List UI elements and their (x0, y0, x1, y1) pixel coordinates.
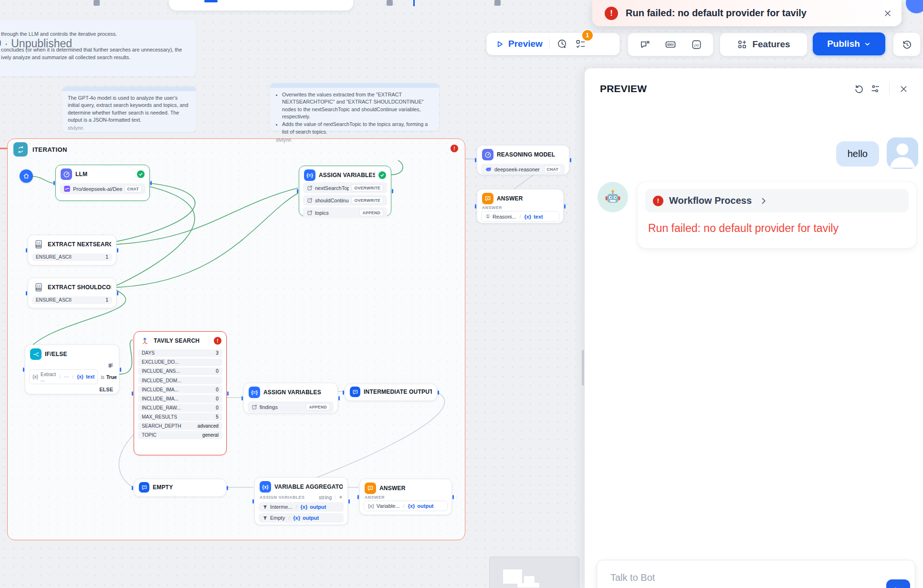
run-error-text: Run failed: no default provider for tavi… (648, 222, 909, 235)
param-value: 1 (105, 297, 108, 303)
close-panel-button[interactable] (895, 81, 912, 97)
model-name: Pro/deepseek-ai/Dee... (73, 186, 122, 192)
fx-token: {x} (524, 214, 531, 220)
tab-accent-bar (204, 0, 218, 2)
version-history-button[interactable] (898, 35, 916, 53)
section-label: ASSIGN VARIABLES (260, 495, 304, 500)
node-variable-aggregator[interactable]: {x} VARIABLE AGGREGATOR ASSIGN VARIABLES… (254, 477, 348, 525)
note-bullet: Adds the value of nextSearchTopic to the… (282, 121, 433, 136)
write-mode-badge: APPEND (359, 209, 383, 216)
variable-name: findings (260, 404, 304, 410)
template-icon (350, 387, 360, 397)
variable-name: shouldContinue (315, 198, 349, 203)
note-bullet: Overwrites the values extracted from the… (282, 91, 433, 120)
run-toolbar: Preview 1 (486, 32, 620, 55)
variable-output: text (534, 214, 543, 220)
svg-text:JSON: JSON (36, 288, 42, 290)
param-value: 5 (216, 414, 219, 420)
note-header-band (270, 83, 439, 88)
node-title: ASSIGN VARIABLES (319, 172, 375, 178)
writeback-icon (307, 198, 313, 203)
env-variables-button[interactable]: ENV (661, 35, 680, 53)
start-node[interactable] (20, 169, 33, 183)
param-label: ENSURE_ASCII (36, 254, 72, 260)
condition-value: True (106, 374, 117, 380)
features-button[interactable]: Features (727, 39, 799, 50)
if-branch-label: IF (25, 362, 119, 368)
note-header-band (62, 86, 196, 91)
assign-variables-icon: {=} (249, 387, 260, 398)
param-label: INCLUDE_ANS... (142, 368, 180, 374)
writeback-icon (307, 185, 313, 191)
error-icon: ! (653, 196, 663, 206)
send-button[interactable] (886, 579, 910, 588)
node-empty[interactable]: EMPTY (134, 479, 226, 497)
toast-close-button[interactable] (881, 6, 895, 21)
write-mode-badge: APPEND (306, 403, 330, 410)
success-icon (378, 171, 386, 179)
annotation-button[interactable] (636, 35, 654, 53)
node-reasoning-model[interactable]: REASONING MODEL deepseek-reasoner CHAT (477, 145, 569, 175)
param-label: DAYS (142, 350, 155, 356)
node-intermediate-output[interactable]: INTERMEDIATE OUTPUT FOI (345, 384, 437, 401)
node-title: EXTRACT SHOULDCONTINU (48, 284, 111, 291)
node-title: REASONING MODEL (497, 151, 564, 158)
param-value: 0 (216, 405, 219, 410)
node-extract-shouldcontinue[interactable]: {:}JSON EXTRACT SHOULDCONTINU ENSURE_ASC… (28, 278, 116, 308)
node-llm[interactable]: LLM Pro/deepseek-ai/Dee... CHAT (55, 165, 150, 201)
fx-token: {x} (408, 503, 415, 509)
workflow-process-toggle[interactable]: ! Workflow Process (645, 189, 909, 212)
node-extract-nextsearchtopic[interactable]: {:}JSON EXTRACT NEXTSEARCHTOP ENSURE_ASC… (28, 235, 116, 265)
param-label: INCLUDE_DOM... (142, 378, 181, 383)
config-toolbar: ENV (x) (628, 32, 713, 56)
condition-operator: is (101, 374, 105, 380)
panel-resize-handle[interactable] (582, 350, 584, 386)
node-assign-variables-2[interactable]: {=} ASSIGN VARIABLES findings APPEND (243, 383, 338, 413)
publish-button[interactable]: Publish (813, 32, 885, 55)
writeback-icon (307, 210, 313, 216)
param-value: 3 (216, 350, 219, 356)
note-gpt4o[interactable]: The GPT-4o model is used to analyze the … (62, 86, 196, 132)
llm-icon (61, 168, 72, 180)
aggregator-type: string (319, 495, 332, 500)
error-icon: ! (605, 7, 618, 20)
variable-source: Empty (270, 515, 285, 521)
param-value: advanced (198, 423, 219, 429)
llm-icon (482, 149, 493, 160)
condition-dots: ··· (64, 374, 69, 379)
write-mode-badge: OVERWRITE (351, 184, 383, 191)
note-overwrite[interactable]: Overwrites the values extracted from the… (270, 83, 439, 131)
minimap[interactable] (489, 556, 579, 588)
fx-token: {x} (301, 504, 308, 510)
node-answer-inner[interactable]: ANSWER ANSWER {x} Variable... / {x} outp… (359, 479, 452, 515)
add-variable-button[interactable]: + (339, 494, 343, 501)
funnel-icon (262, 515, 268, 521)
node-answer-outer[interactable]: ANSWER ANSWER ① Reasoni... / {x} text (477, 189, 564, 223)
run-history-button[interactable] (554, 35, 572, 53)
funnel-icon (262, 504, 268, 510)
node-ifelse[interactable]: IF/ELSE IF {x} Extract ... / ··· / {x} t… (25, 345, 119, 394)
home-icon (23, 173, 30, 179)
checklist-button[interactable]: 1 (572, 35, 590, 53)
aggregator-icon: {x} (260, 481, 271, 493)
note-author: stvlynn (276, 137, 433, 144)
variable-token: {x} (32, 374, 38, 379)
chat-input[interactable] (609, 572, 886, 584)
param-label: INCLUDE_RAW... (142, 405, 181, 410)
preview-panel: PREVIEW hello ! (585, 68, 923, 588)
features-group: Features (720, 32, 808, 56)
close-icon (883, 9, 892, 18)
node-title: INTERMEDIATE OUTPUT FOI (364, 388, 432, 395)
chat-x-icon (640, 39, 650, 50)
conversation-settings-button[interactable] (867, 81, 883, 97)
variables-inspect-button[interactable]: (x) (687, 35, 705, 53)
version-history-group (893, 32, 921, 56)
node-title: IF/ELSE (45, 351, 114, 357)
restart-conversation-button[interactable] (851, 81, 867, 97)
node-tavily-search[interactable]: TAVILY SEARCH ! DAYS3 EXCLUDE_DO... INCL… (134, 331, 227, 455)
tavily-icon (139, 335, 150, 346)
variable-source: Reasoni... (493, 214, 516, 220)
model-name: deepseek-reasoner (494, 167, 542, 172)
node-assign-variables[interactable]: {=} ASSIGN VARIABLES nextSearchTopic OVE… (299, 166, 391, 216)
preview-button[interactable]: Preview (493, 39, 545, 49)
